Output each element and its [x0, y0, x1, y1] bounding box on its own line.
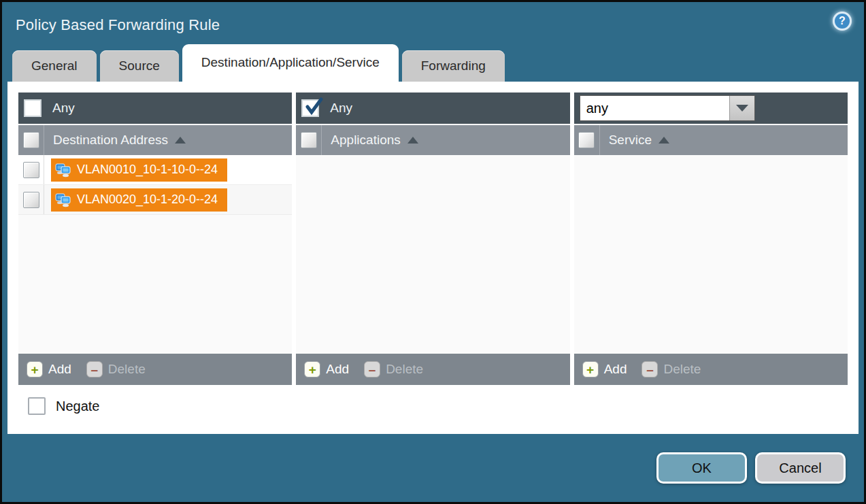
cancel-button[interactable]: Cancel: [755, 452, 846, 484]
applications-column: Any Applications + Add –: [296, 93, 569, 385]
table-row: VLAN0020_10-1-20-0--24: [18, 185, 292, 215]
tab-destination-application-service[interactable]: Destination/Application/Service: [182, 44, 399, 82]
minus-icon: –: [364, 361, 380, 377]
applications-any-bar: Any: [296, 93, 569, 124]
tab-bar: General Source Destination/Application/S…: [2, 44, 864, 82]
sort-ascending-icon[interactable]: [175, 137, 186, 144]
delete-button[interactable]: – Delete: [642, 361, 701, 377]
add-button[interactable]: + Add: [304, 361, 349, 377]
applications-list: [296, 155, 569, 354]
applications-column-header: Applications: [296, 124, 569, 155]
service-any-bar: any: [574, 93, 848, 124]
service-list: [574, 155, 848, 354]
add-button[interactable]: + Add: [582, 361, 627, 377]
service-select-all-checkbox[interactable]: [578, 132, 595, 148]
destination-toolbar: + Add – Delete: [18, 354, 292, 385]
address-object-label: VLAN0020_10-1-20-0--24: [77, 192, 218, 207]
service-toolbar: + Add – Delete: [574, 354, 848, 385]
address-object-chip[interactable]: VLAN0010_10-1-10-0--24: [51, 158, 227, 182]
service-header-label[interactable]: Service: [609, 133, 652, 148]
tab-general[interactable]: General: [12, 50, 97, 82]
tab-source[interactable]: Source: [100, 50, 179, 82]
ok-button[interactable]: OK: [656, 452, 747, 484]
applications-any-label: Any: [330, 101, 352, 116]
destination-any-label: Any: [52, 101, 75, 116]
applications-select-all-checkbox[interactable]: [301, 132, 317, 148]
policy-based-forwarding-dialog: Policy Based Forwarding Rule ? General S…: [0, 0, 866, 504]
minus-icon: –: [86, 361, 103, 377]
three-column-layout: Any Destination Address: [18, 93, 848, 385]
row-checkbox[interactable]: [23, 162, 39, 178]
dialog-footer: OK Cancel: [2, 434, 864, 502]
service-column: any Service + Add: [574, 93, 848, 385]
destination-select-all-checkbox[interactable]: [23, 132, 39, 148]
dropdown-button[interactable]: [729, 96, 754, 120]
negate-checkbox[interactable]: [28, 397, 46, 415]
service-column-header: Service: [574, 124, 848, 155]
destination-column-header: Destination Address: [18, 124, 292, 155]
service-dropdown-value: any: [580, 96, 729, 120]
destination-header-label[interactable]: Destination Address: [53, 133, 168, 148]
applications-toolbar: + Add – Delete: [296, 354, 569, 385]
negate-row: Negate: [28, 397, 848, 415]
row-checkbox[interactable]: [23, 192, 39, 208]
plus-icon: +: [582, 361, 599, 377]
service-dropdown[interactable]: any: [580, 95, 755, 121]
chevron-down-icon: [736, 105, 748, 112]
table-row: VLAN0010_10-1-10-0--24: [18, 155, 292, 185]
delete-button[interactable]: – Delete: [364, 361, 423, 377]
applications-header-label[interactable]: Applications: [331, 133, 400, 148]
destination-list: VLAN0010_10-1-10-0--24: [18, 155, 292, 354]
address-object-chip[interactable]: VLAN0020_10-1-20-0--24: [51, 188, 227, 212]
dialog-titlebar: Policy Based Forwarding Rule ?: [2, 2, 864, 44]
sort-ascending-icon[interactable]: [407, 137, 418, 144]
destination-any-checkbox[interactable]: [24, 99, 41, 117]
address-object-label: VLAN0010_10-1-10-0--24: [77, 163, 218, 177]
destination-address-column: Any Destination Address: [18, 93, 292, 385]
sort-ascending-icon[interactable]: [659, 137, 669, 144]
plus-icon: +: [27, 361, 43, 377]
applications-any-checkbox[interactable]: [301, 99, 319, 117]
tab-content: Any Destination Address: [7, 82, 859, 434]
dialog-title: Policy Based Forwarding Rule: [16, 16, 220, 34]
add-button[interactable]: + Add: [27, 361, 71, 377]
tab-forwarding[interactable]: Forwarding: [402, 50, 505, 82]
negate-label: Negate: [56, 399, 100, 414]
network-address-icon: [54, 191, 72, 209]
destination-any-bar: Any: [18, 93, 292, 124]
minus-icon: –: [642, 361, 658, 377]
plus-icon: +: [304, 361, 320, 377]
delete-button[interactable]: – Delete: [86, 361, 146, 377]
network-address-icon: [54, 161, 72, 179]
help-icon[interactable]: ?: [833, 12, 852, 31]
